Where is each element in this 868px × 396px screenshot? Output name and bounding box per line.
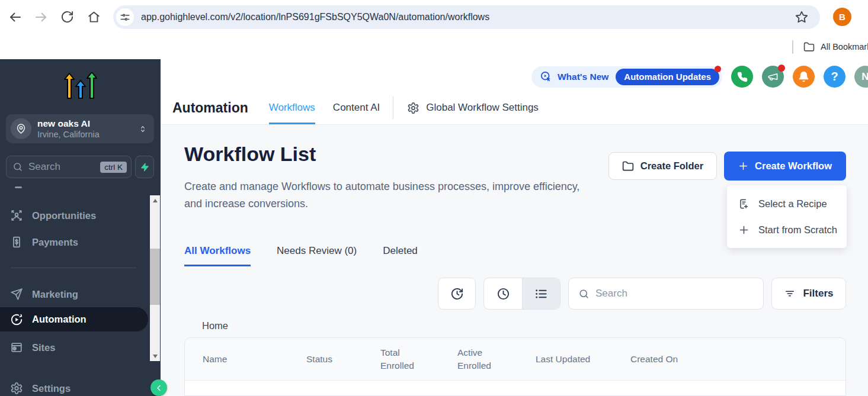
question-mark-icon: ? [831,70,838,83]
filters-label: Filters [803,288,833,300]
page-title: Automation [172,100,248,116]
column-header-name[interactable]: Name [203,338,227,380]
scrollbar-up-arrow[interactable] [150,195,160,205]
workflow-list-description: Create and manage Workflows to automate … [184,178,599,213]
tab-needs-review[interactable]: Needs Review (0) [277,245,357,266]
back-icon[interactable] [8,9,23,25]
workflow-search-input[interactable] [595,288,763,300]
global-workflow-settings-link[interactable]: Global Workflow Settings [407,102,539,114]
table-body [185,381,845,395]
workflow-tabs: All Workflows Needs Review (0) Deleted [184,245,418,266]
sidebar-item-label: Automation [32,314,87,325]
recent-activity-view-button[interactable] [484,278,522,309]
create-workflow-button[interactable]: Create Workflow [724,152,846,181]
all-bookmarks-label[interactable]: All Bookmarks [821,42,868,51]
sidebar-item-settings[interactable]: Settings [0,377,148,396]
site-info-icon[interactable] [116,8,134,26]
chevrons-up-down-icon[interactable] [138,124,148,134]
sidebar-item-sites[interactable]: Sites [0,336,148,359]
view-toggle [483,278,560,310]
announcements-button[interactable] [762,66,784,88]
sidebar-scrollbar[interactable] [150,195,160,361]
bookmarks-bar: All Bookmarks [0,34,868,59]
search-icon [578,288,590,300]
recipe-icon [738,198,750,210]
phone-button[interactable] [731,66,753,88]
sidebar: new oaks AI Irvine, California ctrl K [0,59,161,396]
scrollbar-thumb[interactable] [150,249,160,305]
automation-icon [10,313,23,326]
location-pin-icon [11,118,31,139]
history-icon [450,287,464,301]
filters-button[interactable]: Filters [771,278,846,310]
quick-actions-button[interactable] [135,156,154,178]
create-folder-button[interactable]: Create Folder [608,152,717,180]
tab-all-workflows[interactable]: All Workflows [184,245,251,266]
search-shortcut-badge: ctrl K [100,162,127,173]
sidebar-search-input[interactable] [28,161,92,173]
notification-dot [715,66,721,72]
app-frame: new oaks AI Irvine, California ctrl K [0,59,868,396]
global-workflow-settings-label: Global Workflow Settings [426,102,539,114]
menu-item-label: Select a Recipe [758,198,827,210]
help-button[interactable]: ? [824,66,845,88]
whats-new-video-icon [540,70,552,83]
column-header-last-updated[interactable]: Last Updated [536,338,590,380]
workflow-search[interactable] [568,278,764,310]
content-area: Workflow List Create and manage Workflow… [161,125,868,396]
bookmarks-folder-icon [803,41,815,53]
list-icon [534,287,548,301]
avatar-initial: N [861,71,868,83]
url-bar[interactable]: app.gohighlevel.com/v2/location/lnPS691g… [113,5,820,29]
forward-icon[interactable] [33,9,49,25]
header-divider [393,96,393,119]
create-workflow-menu: Select a Recipe Start from Scratch [727,185,847,248]
tab-deleted[interactable]: Deleted [383,245,418,266]
user-avatar[interactable]: N [854,66,868,88]
notifications-bell-button[interactable] [793,66,815,88]
tab-content-ai[interactable]: Content AI [333,91,380,124]
sidebar-item-payments[interactable]: Payments [0,231,148,253]
create-folder-label: Create Folder [640,160,703,172]
column-header-total-enrolled[interactable]: Total Enrolled [380,338,423,380]
plus-icon [738,224,750,236]
plus-icon [738,161,748,171]
tab-workflows[interactable]: Workflows [269,91,315,124]
sidebar-divider [11,268,136,268]
reload-icon[interactable] [59,9,75,25]
folder-icon [622,160,634,172]
page-header: What's New Automation Updates [161,59,868,125]
sidebar-item-opportunities[interactable]: Opportunities [0,204,148,227]
sidebar-collapse-button[interactable] [150,379,167,396]
url-text: app.gohighlevel.com/v2/location/lnPS691g… [141,12,489,22]
create-workflow-label: Create Workflow [755,160,832,172]
sidebar-item-marketing[interactable]: Marketing [0,283,148,305]
home-icon[interactable] [86,9,101,25]
column-header-created-on[interactable]: Created On [630,338,678,380]
account-name: new oaks AI [37,118,100,129]
menu-item-select-recipe[interactable]: Select a Recipe [727,191,847,217]
scrolled-nav-item-fragment [15,186,22,188]
whats-new-pill[interactable]: What's New Automation Updates [531,66,722,88]
account-switcher[interactable]: new oaks AI Irvine, California [6,114,154,143]
scrollbar-down-arrow[interactable] [150,351,160,361]
filter-icon [784,288,796,300]
menu-item-start-from-scratch[interactable]: Start from Scratch [727,217,847,243]
browser-profile-avatar[interactable]: B [833,8,851,26]
sidebar-item-automation[interactable]: Automation [0,307,148,331]
list-view-button[interactable] [522,278,560,309]
opportunities-icon [10,209,23,222]
column-header-active-enrolled[interactable]: Active Enrolled [457,338,500,380]
sidebar-item-label: Payments [32,237,78,248]
workflow-list-title: Workflow List [184,143,316,166]
automation-updates-badge[interactable]: Automation Updates [616,69,719,85]
main-area: What's New Automation Updates [161,59,868,396]
sidebar-search[interactable]: ctrl K [6,156,132,178]
whats-new-label: What's New [558,72,608,82]
bookmark-star-icon[interactable] [795,11,808,24]
column-header-status[interactable]: Status [306,338,332,380]
breadcrumb-home[interactable]: Home [202,320,228,331]
enrollment-history-button[interactable] [438,278,476,310]
gear-icon [407,102,419,114]
sidebar-item-label: Opportunities [32,210,96,221]
